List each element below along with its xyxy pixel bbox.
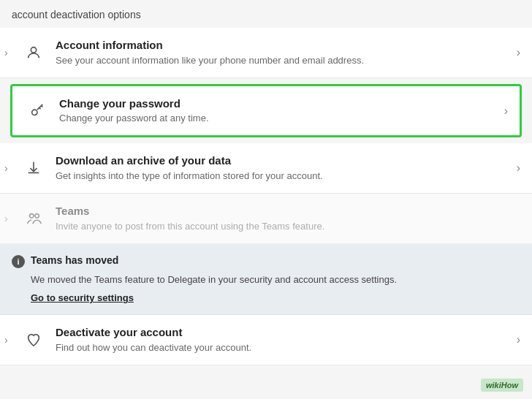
account-info-text: Account information See your account inf… [56,38,511,67]
goto-security-link[interactable]: Go to security settings [31,292,134,303]
teams-subtitle: Invite anyone to post from this account … [56,220,520,233]
right-chevron-icon: › [504,104,508,118]
left-chevron-icon: › [4,162,8,174]
left-chevron-icon: › [4,213,8,224]
svg-point-3 [35,213,39,218]
key-icon [24,98,50,124]
download-icon [20,155,47,181]
heart-icon [20,327,47,353]
teams-text: Teams Invite anyone to post from this ac… [56,204,520,233]
teams-title: Teams [56,204,520,218]
change-password-subtitle: Change your password at any time. [59,112,498,125]
deactivate-text: Deactivate your account Find out how you… [56,325,511,354]
account-info-title: Account information [56,38,511,53]
breadcrumb-row: account deactivation options [0,0,532,28]
download-archive-text: Download an archive of your data Get ins… [56,153,511,183]
left-chevron-icon: › [4,47,8,58]
info-icon: i [12,255,25,268]
account-info-item[interactable]: › Account information See your account i… [0,28,532,78]
notice-body: We moved the Teams feature to Delegate i… [31,273,520,287]
svg-point-1 [32,110,37,115]
account-info-subtitle: See your account information like your p… [56,54,511,67]
right-chevron-icon: › [517,46,520,59]
teams-moved-notice: i Teams has moved We moved the Teams fea… [0,244,532,316]
change-password-title: Change your password [59,96,498,111]
settings-list: › Account information See your account i… [0,28,532,365]
deactivate-subtitle: Find out how you can deactivate your acc… [56,341,511,354]
left-chevron-icon: › [4,334,8,346]
people-icon [20,205,47,232]
notice-header: i Teams has moved [12,254,520,268]
deactivate-item[interactable]: › Deactivate your account Find out how y… [0,315,532,365]
download-archive-item[interactable]: › Download an archive of your data Get i… [0,143,532,194]
download-archive-subtitle: Get insights into the type of informatio… [56,170,511,183]
teams-item: › Teams Invite anyone to post from this … [0,194,532,244]
wikihow-watermark: wikiHow [481,379,523,392]
right-chevron-icon: › [517,333,520,346]
svg-point-0 [31,48,36,53]
svg-point-2 [30,213,34,218]
notice-title: Teams has moved [31,254,118,266]
person-icon [20,39,47,66]
change-password-text: Change your password Change your passwor… [59,96,498,126]
right-chevron-icon: › [517,162,520,175]
settings-page: account deactivation options › Account i… [0,0,532,399]
deactivate-title: Deactivate your account [56,325,511,340]
change-password-item[interactable]: Change your password Change your passwor… [10,84,522,138]
breadcrumb-text: account deactivation options [12,9,141,20]
download-archive-title: Download an archive of your data [56,153,511,168]
